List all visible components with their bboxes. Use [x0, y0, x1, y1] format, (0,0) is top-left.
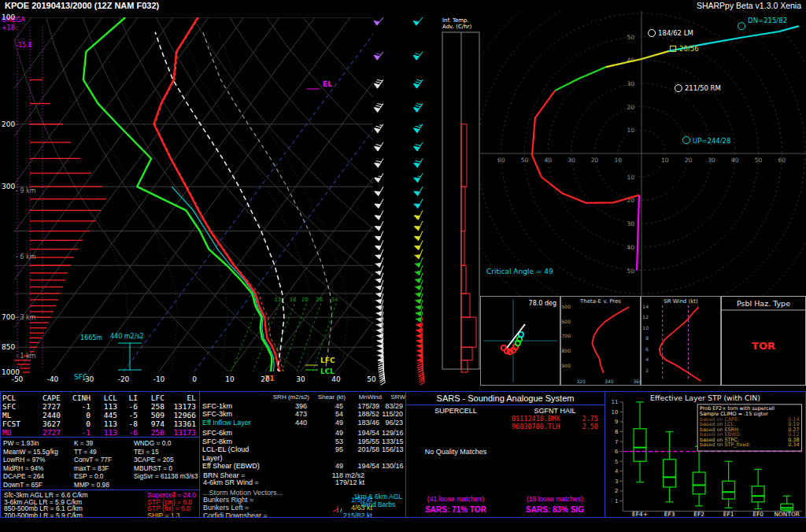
pressure-tick-label: 300 [2, 183, 15, 190]
parcel-row-label[interactable]: SFC [2, 402, 29, 411]
shear-col-header [202, 393, 270, 402]
parcel-col-header: LFC [139, 393, 166, 402]
stp-category-label: EF3 [664, 511, 675, 518]
warm-advection-box [461, 347, 472, 360]
hazard-type-inset[interactable]: Psbl Haz. TypeTOR [721, 296, 806, 386]
hodo-ring-label: 10 [627, 127, 634, 134]
sars-probability: SARS: 71% TOR [406, 505, 505, 514]
parcel-cell: 258 [139, 428, 166, 437]
thetae-p-tick: 800 [562, 348, 571, 353]
temp-tick-label: -30 [83, 375, 94, 383]
sars-title: SARS - Sounding Analogue System [406, 392, 604, 405]
storm-motion-marker [649, 30, 656, 37]
sr-wind-inset[interactable]: SR Wind (kt)2468101214 [641, 296, 721, 386]
sars-panel[interactable]: SARS - Sounding Analogue System SUPERCEL… [405, 391, 605, 518]
wind-barb [374, 184, 383, 196]
sharppy-window: KPOE 20190413/2000 (12Z NAM F032) SHARPp… [0, 0, 806, 532]
mixing-ratio-label: 12 [275, 297, 282, 303]
sars-probability: SARS: 83% SIG [505, 505, 604, 514]
temp-tick-label: 10 [225, 375, 235, 383]
wind-barb [412, 101, 423, 112]
thermo-panel[interactable]: PCLCAPECINHLCLLILFCELSFC2727-1113-625813… [0, 391, 200, 518]
shear-row-label: Eff Inflow Layer [202, 419, 270, 427]
wind-barb [373, 49, 383, 60]
parcel-row-label[interactable]: FCST [2, 419, 29, 428]
thetae-x-tick: 360 [633, 379, 641, 384]
temp-tick-label: 20 [261, 375, 270, 383]
stp-y-tick: 1 [615, 498, 618, 504]
lapse-rates: Sfc-3km AGL LR = 6.6 C/km3-6km AGL LR = … [4, 492, 88, 515]
shear-cell: 115/20 [382, 410, 405, 419]
stp-category-label: EF0 [752, 511, 763, 518]
instability-index: TT = 49 [74, 448, 134, 456]
severe-index: MBURST = 0 [134, 464, 200, 473]
parcel-row-label[interactable]: MU [2, 428, 29, 437]
mixing-ratio-label: 34 [331, 297, 338, 303]
stp-category-label: EF4+ [632, 511, 648, 518]
instability-index: MMP = 0.98 [74, 481, 134, 490]
hodo-ring-label: 40 [544, 157, 552, 164]
wind-barb [412, 139, 423, 150]
moist-adiabat [49, 32, 178, 372]
shear-row-label: SFC-1km [202, 402, 270, 411]
wind-barb [412, 14, 423, 25]
storm-motion-row-value: 215/82 kt [343, 512, 372, 518]
moisture-index: MidRH = 94% [3, 464, 74, 473]
shear-cell [270, 429, 309, 438]
composite-index: SHIP = 1.3 [147, 512, 196, 518]
wind-barb [373, 14, 383, 25]
stp-y-tick: 5 [615, 459, 618, 465]
eff-inflow-srh: 440 m2/s2 [110, 333, 144, 340]
lcl-label: LCL [320, 368, 335, 375]
stp-y-tick: 6 [615, 449, 618, 455]
parcel-table: PCLCAPECINHLCLLILFCELSFC2727-1113-625813… [2, 393, 198, 437]
parcel-col-header: CINH [62, 393, 92, 402]
wind-barb [374, 219, 383, 231]
parcel-cell: -5 [119, 411, 139, 419]
pressure-tick-label: 200 [2, 120, 15, 128]
box [634, 429, 646, 461]
stp-boxplot-panel[interactable]: Effective Layer STP (with CIN)1234567891… [604, 391, 806, 518]
hodograph-trace [637, 195, 639, 271]
wind-barb [373, 101, 383, 112]
instability-index: K = 39 [74, 439, 134, 448]
parcel-cell: 2727 [29, 428, 62, 437]
shear-cell: 175/39 [346, 402, 382, 411]
stp-y-tick: 7 [615, 439, 618, 445]
hodo-ring-label: 50 [627, 34, 634, 41]
parcel-cell: 113 [92, 428, 119, 437]
adv-title-line1: Inf. Temp. [442, 17, 469, 24]
hodograph-trace [532, 91, 639, 203]
hodo-ring-label: 60 [497, 157, 505, 164]
parcel-cell: 445 [92, 411, 119, 419]
skewt-panel[interactable]: 81216202634OMEGA+18-15.8- 9 km- 6 km- 3 … [0, 11, 480, 391]
brn-shear-block: BRN Shear =118 m2/s24-6km SR Wind =179/1… [200, 472, 364, 488]
mixing-ratio-line [282, 304, 307, 372]
hazard-value: TOR [752, 340, 775, 352]
srwind-h-tick: 6 [645, 346, 649, 352]
srwind-h-tick: 12 [642, 314, 649, 320]
hodograph-trace [555, 67, 606, 91]
shear-cell: 194/54 [346, 429, 382, 438]
parcel-col-header: PCL [2, 393, 29, 402]
parcel-cell: 13361 [166, 419, 198, 428]
box [693, 472, 705, 494]
kinematics-panel[interactable]: SRH (m2/s2)Shear (kt)MnWindSRWSFC-1km396… [199, 391, 406, 518]
parcel-row-label[interactable]: ML [2, 411, 29, 419]
shear-cell [270, 438, 309, 446]
hodograph-panel[interactable]: 1010101020202020303030304040404050505050… [480, 11, 806, 296]
shear-cell: 83/29 [382, 402, 405, 411]
hodo-ring-label: 30 [627, 80, 634, 87]
adv-title-line2: Adv. (C/hr) [442, 24, 471, 30]
thetae-inset[interactable]: Theta-E v. Pres900800700600500320340360 [560, 296, 641, 386]
sars-columns: SUPERCELLNo Quality Matches(41 loose mat… [406, 405, 604, 516]
shear-cell: 49 [309, 462, 346, 471]
dewpoint-trace [83, 17, 272, 372]
storm-slinky-inset[interactable]: 78.0 deg [480, 296, 560, 386]
wind-barb [413, 156, 423, 167]
mini-wind-barbs-icon [331, 489, 351, 512]
hodo-ring-label: 30 [708, 157, 715, 164]
isotherm-line [301, 17, 480, 371]
shear-col-header: Shear (kt) [309, 393, 346, 402]
storm-motion-marker [675, 85, 682, 92]
